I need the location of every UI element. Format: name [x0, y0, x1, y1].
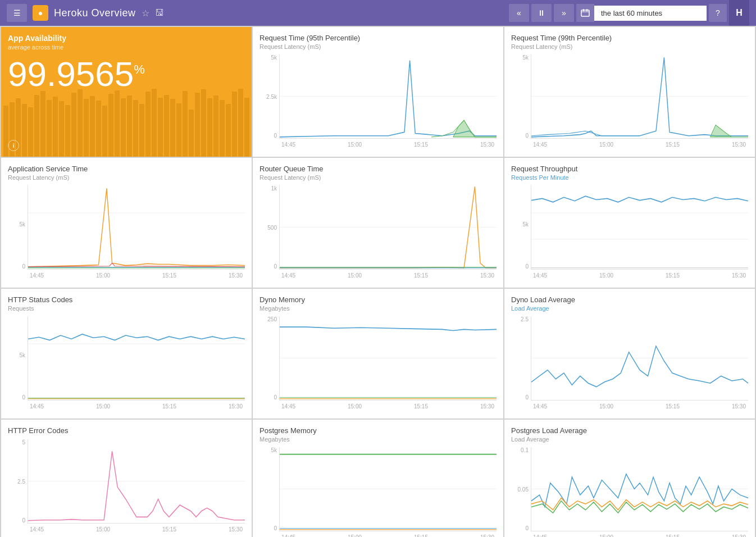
panel-request-throughput: Request Throughput Requests Per Minute 5…	[504, 158, 755, 288]
availability-bar	[226, 104, 231, 157]
ast-xaxis: 14:45 15:00 15:15 15:30	[28, 270, 245, 281]
hsc-xaxis: 14:45 15:00 15:15 15:30	[28, 401, 245, 412]
availability-bar	[121, 98, 126, 157]
pm-xaxis: 14:45 15:00 15:15 15:30	[279, 531, 497, 537]
ast-title: Application Service Time	[8, 165, 245, 173]
rt99-subtitle: Request Latency (mS)	[511, 43, 748, 50]
availability-bar	[195, 93, 200, 157]
availability-bar	[201, 89, 206, 157]
availability-bar	[232, 92, 237, 157]
availability-bar	[133, 100, 138, 157]
availability-bar	[238, 89, 243, 157]
panel-postgres-load-avg: Postgres Load Average Load Average 0.1 0…	[504, 420, 755, 537]
pla-xaxis: 14:45 15:00 15:15 15:30	[531, 531, 748, 537]
availability-bar	[53, 97, 58, 157]
rqt-yaxis: 1k 500 0	[259, 185, 279, 270]
availability-bar	[22, 104, 27, 157]
availability-bar	[189, 110, 194, 157]
availability-bar	[34, 95, 39, 157]
dm-title: Dyno Memory	[259, 295, 497, 304]
availability-bar	[183, 91, 188, 157]
rt-title: Request Throughput	[511, 165, 748, 173]
availability-bar	[3, 106, 8, 157]
hsc-yaxis: 5k 0	[8, 316, 28, 401]
availability-bar	[127, 95, 132, 157]
ast-subtitle: Request Latency (mS)	[8, 174, 245, 181]
rt99-yaxis: 5k 0	[511, 54, 531, 139]
app-title: Heroku Overview	[54, 7, 136, 19]
availability-bar	[84, 99, 89, 157]
hec-title: HTTP Error Codes	[8, 426, 245, 435]
hsc-subtitle: Requests	[8, 305, 245, 312]
rewind-button[interactable]: «	[509, 4, 529, 22]
rqt-chart: 1k 500 0 14:45 15:00 15:15 15	[259, 185, 497, 281]
pla-chart-area	[531, 447, 748, 531]
availability-bar	[170, 99, 175, 157]
availability-title: App Availability	[8, 34, 245, 43]
forward-button[interactable]: »	[554, 4, 574, 22]
menu-button[interactable]: ☰	[7, 4, 27, 22]
availability-bar	[47, 100, 52, 157]
share-icon[interactable]: 🖫	[155, 8, 164, 18]
availability-bar	[40, 91, 45, 157]
availability-bars	[1, 84, 252, 157]
dla-yaxis: 2.5 0	[511, 316, 531, 401]
hec-xaxis: 14:45 15:00 15:15 15:30	[28, 524, 245, 535]
dm-yaxis: 250 0	[259, 316, 279, 401]
rt95-chart: 5k 2.5k 0 14:45 15:00 15:15 1	[259, 54, 497, 150]
rt-yaxis: 5k 0	[511, 185, 531, 270]
hec-chart: 5 2.5 0 14:45 15:00 15:15 15:30	[8, 439, 245, 535]
help-button[interactable]: ?	[709, 4, 727, 22]
panel-request-time-99: Request Time (99th Percentile) Request L…	[504, 27, 755, 157]
star-icon[interactable]: ☆	[142, 8, 149, 19]
pause-button[interactable]: ⏸	[531, 4, 552, 22]
pm-subtitle: Megabytes	[259, 436, 497, 443]
rt-chart-area	[531, 185, 748, 270]
availability-bar	[28, 107, 33, 157]
availability-bar	[108, 94, 113, 157]
rt95-chart-area	[279, 54, 497, 139]
panel-request-time-95: Request Time (95th Percentile) Request L…	[253, 27, 503, 157]
hsc-title: HTTP Status Codes	[8, 295, 245, 304]
availability-bar	[145, 92, 151, 157]
availability-bar	[139, 104, 144, 157]
panel-http-status-codes: HTTP Status Codes Requests 5k 0	[1, 289, 252, 418]
ast-yaxis: 5k 0	[8, 185, 28, 270]
hec-chart-area	[28, 439, 245, 524]
pla-subtitle: Load Average	[511, 436, 748, 443]
time-range-input[interactable]: the last 60 minutes	[594, 6, 707, 21]
dla-chart: 2.5 0 14:45 15:00 15:15 15:30	[511, 316, 748, 412]
dla-title: Dyno Load Average	[511, 295, 748, 304]
availability-bar	[102, 106, 107, 157]
rqt-subtitle: Request Latency (mS)	[259, 174, 497, 181]
dm-xaxis: 14:45 15:00 15:15 15:30	[279, 401, 497, 412]
rt-subtitle: Requests Per Minute	[511, 174, 748, 181]
availability-bar	[244, 98, 249, 157]
user-button[interactable]: H	[729, 0, 749, 26]
dm-subtitle: Megabytes	[259, 305, 497, 312]
availability-bar	[152, 89, 157, 157]
availability-bar	[176, 103, 181, 157]
availability-bar	[158, 98, 163, 157]
hsc-chart-area	[28, 316, 245, 401]
panel-postgres-memory: Postgres Memory Megabytes 5k 0	[253, 420, 503, 537]
header-controls: « ⏸ » the last 60 minutes ? H	[509, 0, 749, 26]
logo-dot: ●	[38, 8, 43, 17]
rt99-chart: 5k 0 14:45 15:00 15:15 15:30	[511, 54, 748, 150]
hec-yaxis: 5 2.5 0	[8, 439, 28, 524]
app-header: ☰ ● Heroku Overview ☆ 🖫 « ⏸ » the last 6…	[0, 0, 756, 26]
panel-app-service-time: Application Service Time Request Latency…	[1, 158, 252, 288]
rt99-title: Request Time (99th Percentile)	[511, 34, 748, 42]
availability-pct: %	[134, 62, 145, 76]
rqt-chart-area	[279, 185, 497, 270]
pm-yaxis: 5k 0	[259, 447, 279, 531]
dashboard-grid: App Availability average across time 99.…	[0, 26, 756, 537]
pm-title: Postgres Memory	[259, 426, 497, 435]
ast-chart: 5k 0 14:45 15:00 15:15	[8, 185, 245, 281]
availability-bar	[115, 90, 120, 157]
rt-xaxis: 14:45 15:00 15:15 15:30	[531, 270, 748, 281]
panel-dyno-memory: Dyno Memory Megabytes 250 0	[253, 289, 503, 418]
rt95-title: Request Time (95th Percentile)	[259, 34, 497, 42]
availability-bar	[96, 101, 101, 157]
availability-bar	[65, 105, 70, 157]
